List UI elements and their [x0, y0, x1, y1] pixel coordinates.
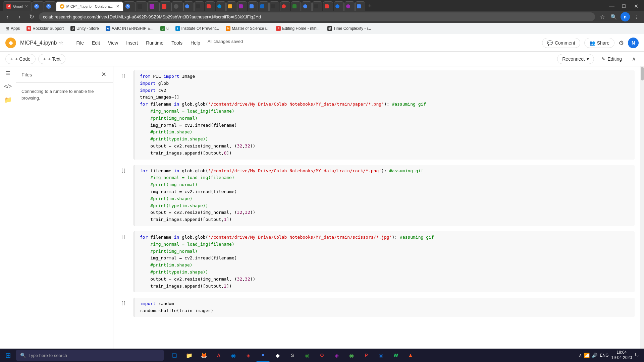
tab-sm2[interactable] — [194, 1, 204, 11]
network-icon[interactable]: 📶 — [584, 353, 590, 358]
reload-button[interactable]: ↻ — [27, 12, 36, 21]
tab-sm17[interactable] — [355, 1, 365, 11]
bookmark-u[interactable]: u u — [158, 25, 171, 32]
colab-tab-close[interactable]: ✕ — [116, 4, 119, 9]
notebook-title[interactable]: MICP4_4.ipynb — [20, 40, 57, 46]
menu-view[interactable]: View — [105, 39, 121, 47]
hamburger-menu-button[interactable]: ☰ — [4, 69, 12, 77]
powerpoint-button[interactable]: P — [360, 349, 373, 362]
tab-sm8[interactable] — [259, 1, 269, 11]
forward-button[interactable]: › — [15, 12, 24, 21]
cell-4-content[interactable]: import random random.shuffle(train_image… — [133, 298, 635, 317]
search-button[interactable]: 🔍 — [609, 12, 619, 21]
tab-extra3[interactable] — [159, 1, 171, 11]
close-button[interactable]: ✕ — [631, 1, 641, 11]
bookmark-aaic[interactable]: A AAIC INTERNSHIP E... — [103, 25, 156, 32]
bookmark-master[interactable]: M Master of Science i... — [223, 25, 272, 32]
address-input[interactable] — [39, 12, 595, 21]
unity-button[interactable]: ◆ — [271, 349, 284, 362]
tab-g3[interactable]: G — [123, 1, 135, 11]
browser-profile-avatar[interactable]: n — [621, 12, 630, 21]
menu-button[interactable]: ⋮ — [632, 12, 641, 21]
tab-colab[interactable]: ◆ MICP4_4.ipynb - Colaboratory ✕ — [56, 1, 123, 11]
new-tab-button[interactable]: + — [365, 1, 375, 11]
menu-help[interactable]: Help — [187, 39, 204, 47]
cell-4-run-indicator[interactable]: [ ] — [122, 300, 125, 305]
whatsapp-button[interactable]: W — [389, 349, 402, 362]
tab-sm9[interactable] — [269, 1, 279, 11]
cell-3-content[interactable]: for filename in glob.glob('/content/driv… — [133, 231, 635, 292]
close-sidebar-button[interactable]: ✕ — [100, 70, 108, 78]
bookmark-editing[interactable]: E Editing Home - ntihi... — [273, 25, 323, 32]
tab-gmail[interactable]: M Gmail ✕ — [3, 1, 32, 11]
menu-edit[interactable]: Edit — [89, 39, 103, 47]
bookmark-time[interactable]: iβ Time Complexity - i... — [325, 25, 374, 32]
app-button-2[interactable]: ◈ — [241, 349, 255, 362]
settings-icon[interactable]: ⚙ — [619, 39, 624, 47]
acrobat-button[interactable]: A — [212, 349, 225, 362]
tab-g1[interactable]: G — [32, 1, 44, 11]
taskview-button[interactable]: ❑ — [168, 349, 181, 362]
app-button-5[interactable]: ◉ — [374, 349, 388, 362]
file-explorer-button[interactable]: 📁 — [182, 349, 196, 362]
star-icon[interactable]: ☆ — [59, 40, 63, 46]
folder-icon-button[interactable]: 📁 — [4, 96, 12, 104]
tab-sm14[interactable] — [323, 1, 333, 11]
bookmark-apps[interactable]: ⊞ Apps — [3, 24, 22, 33]
chrome-button[interactable]: ● — [256, 349, 270, 362]
tab-sm15[interactable] — [334, 1, 344, 11]
firefox-button[interactable]: 🦊 — [197, 349, 211, 362]
bookmark-star-button[interactable]: ☆ — [598, 12, 607, 21]
cell-2-run-indicator[interactable]: [ ] — [122, 168, 125, 173]
steam-button[interactable]: S — [286, 349, 299, 362]
cell-3-run-indicator[interactable]: [ ] — [122, 234, 125, 239]
back-button[interactable]: ‹ — [3, 12, 12, 21]
add-text-button[interactable]: + + Text — [38, 54, 66, 64]
menu-insert[interactable]: Insert — [123, 39, 141, 47]
bookmark-unity[interactable]: U Unity - Store — [68, 25, 102, 32]
tab-sm12[interactable] — [302, 1, 312, 11]
tab-extra2[interactable] — [147, 1, 159, 11]
start-button[interactable]: ⊞ — [1, 349, 15, 362]
volume-icon[interactable]: 🔊 — [592, 353, 597, 358]
reconnect-button[interactable]: Reconnect ▾ — [557, 54, 594, 64]
tab-sm1[interactable] — [183, 1, 194, 11]
pycharm-button[interactable]: ◉ — [345, 349, 358, 362]
tab-sm11[interactable] — [291, 1, 301, 11]
scrollbar-thumb[interactable] — [641, 67, 644, 80]
cell-2-content[interactable]: for filename in glob.glob('/content/driv… — [133, 165, 635, 226]
user-avatar[interactable]: N — [628, 38, 639, 48]
office-button[interactable]: O — [315, 349, 329, 362]
add-code-button[interactable]: + + Code — [5, 54, 36, 64]
comment-button[interactable]: 💬 Comment — [542, 38, 580, 48]
minimize-button[interactable]: — — [606, 1, 617, 11]
maximize-button[interactable]: □ — [619, 1, 629, 11]
app-button-4[interactable]: ◈ — [330, 349, 343, 362]
tab-sm6[interactable] — [237, 1, 247, 11]
tab-sm10[interactable] — [280, 1, 290, 11]
menu-file[interactable]: File — [73, 39, 87, 47]
collapse-toolbar-button[interactable]: ∧ — [629, 54, 639, 64]
cell-2[interactable]: [ ] for filename in glob.glob('/content/… — [113, 164, 640, 227]
tab-sm7[interactable] — [248, 1, 258, 11]
code-area[interactable]: [ ] from PIL import Image import glob im… — [113, 66, 640, 349]
bookmark-institute[interactable]: I Institute Of Prevent... — [173, 25, 222, 32]
cell-4[interactable]: [ ] import random random.shuffle(train_i… — [113, 296, 640, 318]
chevron-icon[interactable]: ∧ — [579, 353, 582, 358]
cell-1[interactable]: [ ] from PIL import Image import glob im… — [113, 69, 640, 161]
cell-3[interactable]: [ ] for filename in glob.glob('/content/… — [113, 230, 640, 294]
code-icon-button[interactable]: </> — [4, 82, 12, 90]
menu-tools[interactable]: Tools — [168, 39, 186, 47]
app-button-1[interactable]: ◉ — [227, 349, 240, 362]
tab-sm4[interactable] — [216, 1, 226, 11]
tab-sm5[interactable] — [226, 1, 236, 11]
tab-close[interactable]: ✕ — [25, 4, 28, 9]
tab-g2[interactable]: G — [44, 1, 56, 11]
taskbar-search[interactable]: 🔍 Type here to search — [16, 350, 164, 361]
share-button[interactable]: 👥 Share — [584, 38, 614, 48]
tab-sm13[interactable] — [312, 1, 322, 11]
tab-extra4[interactable] — [171, 1, 183, 11]
bookmark-rockstar[interactable]: R Rockstar Support — [24, 25, 66, 32]
app-button-3[interactable]: ◉ — [301, 349, 314, 362]
tab-extra1[interactable] — [135, 1, 147, 11]
